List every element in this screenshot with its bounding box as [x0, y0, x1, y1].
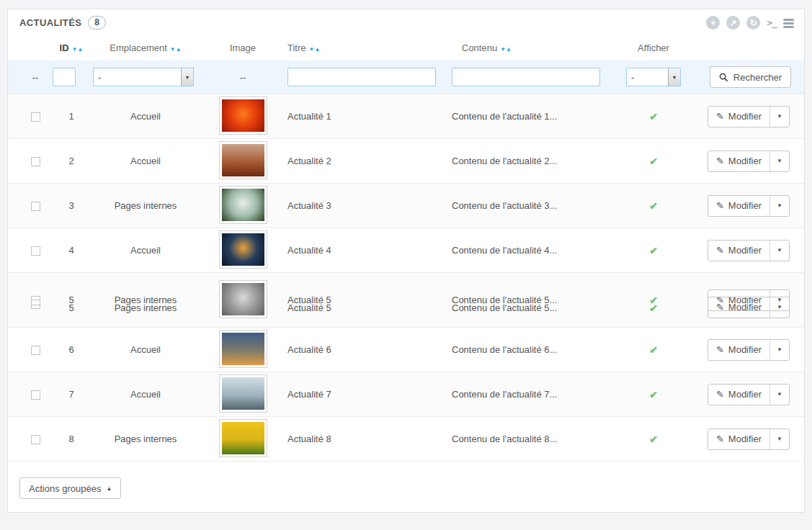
- modifier-button-label: Modifier: [728, 389, 762, 400]
- modifier-button-main[interactable]: ✎Modifier: [708, 429, 769, 449]
- row-emplacement-text: Accueil: [130, 389, 161, 400]
- thumbnail[interactable]: [219, 186, 267, 224]
- jellyfish-image: [222, 233, 264, 266]
- action-button-wrap: ✎Modifier▼: [708, 106, 790, 127]
- add-icon[interactable]: +: [706, 16, 720, 30]
- thumbnail[interactable]: [219, 141, 267, 179]
- table-row: 7AccueilActualité 7Contenu de l'actualit…: [8, 372, 804, 416]
- search-button[interactable]: Rechercher: [710, 66, 791, 88]
- column-header-afficher-label: Afficher: [638, 42, 669, 53]
- column-header-titre[interactable]: Titre▼▲: [286, 42, 450, 53]
- penguins-image: [222, 377, 264, 410]
- sort-icons[interactable]: ▼▲: [72, 46, 84, 53]
- modifier-button-main[interactable]: ✎Modifier: [708, 297, 769, 318]
- thumbnail[interactable]: [219, 419, 267, 457]
- modifier-button-main[interactable]: ✎Modifier: [708, 196, 769, 216]
- sort-icons[interactable]: ▼▲: [500, 46, 512, 53]
- id-filter-input[interactable]: [53, 68, 76, 86]
- row-afficher-cell: ✔: [610, 434, 697, 445]
- column-header-contenu[interactable]: Contenu▼▲: [450, 42, 610, 53]
- column-header-id[interactable]: ID▼▲: [51, 42, 92, 53]
- pencil-icon: ✎: [716, 389, 724, 400]
- modifier-button[interactable]: ✎Modifier▼: [708, 240, 790, 261]
- refresh-icon[interactable]: ↻: [746, 16, 760, 30]
- row-titre: Actualité 8: [287, 434, 331, 444]
- modifier-dropdown-toggle[interactable]: ▼: [769, 196, 789, 216]
- modifier-dropdown-toggle[interactable]: ▼: [769, 241, 789, 261]
- modifier-dropdown-toggle[interactable]: ▼: [769, 340, 789, 360]
- modifier-dropdown-toggle[interactable]: ▼: [769, 429, 789, 449]
- row-image-cell: [200, 230, 286, 271]
- row-image-cell: [200, 374, 286, 415]
- row-emplacement: Pages internesPages internes: [115, 295, 177, 305]
- table-row: 4AccueilActualité 4Contenu de l'actualit…: [8, 228, 804, 272]
- row-titre-text: Actualité 3: [287, 200, 331, 211]
- modifier-dropdown-toggle[interactable]: ▼: [769, 107, 789, 127]
- visible-check-icon-ghost: ✔: [649, 302, 658, 314]
- visible-check-icon: ✔: [649, 200, 658, 212]
- afficher-filter-select[interactable]: - ▼: [626, 68, 681, 86]
- modifier-button-main[interactable]: ✎Modifier: [708, 340, 769, 360]
- row-checkbox[interactable]: [31, 346, 40, 355]
- image-filter-placeholder: --: [240, 72, 246, 83]
- checkbox-wrap: [31, 344, 40, 355]
- modifier-button-main[interactable]: ✎Modifier: [708, 107, 769, 127]
- modifier-dropdown-toggle[interactable]: ▼: [769, 385, 789, 405]
- export-icon[interactable]: ↗: [726, 16, 740, 30]
- row-checkbox[interactable]: [31, 435, 40, 444]
- column-header-image-label: Image: [230, 42, 256, 53]
- sort-icons[interactable]: ▼▲: [170, 46, 182, 53]
- modifier-button[interactable]: ✎Modifier▼: [708, 428, 790, 450]
- row-emplacement: Accueil: [130, 111, 161, 122]
- row-titre-text: Actualité 2: [287, 156, 331, 166]
- column-header-emplacement[interactable]: Emplacement▼▲: [92, 42, 200, 53]
- row-checkbox[interactable]: [31, 246, 40, 256]
- row-id-cell: 55: [51, 295, 92, 305]
- modifier-button[interactable]: ✎Modifier▼: [708, 151, 790, 172]
- sort-icons[interactable]: ▼▲: [309, 46, 321, 53]
- column-header-titre-label: Titre: [287, 42, 306, 53]
- row-titre-cell: Actualité 7: [286, 389, 450, 400]
- row-actions-cell: ✎Modifier▼✎Modifier▼: [697, 289, 793, 311]
- modifier-button[interactable]: ✎Modifier▼: [708, 339, 790, 361]
- caret-down-icon: ▼: [777, 304, 782, 310]
- row-titre: Actualité 4: [287, 245, 331, 256]
- thumbnail[interactable]: [219, 374, 267, 413]
- row-checkbox[interactable]: [31, 112, 40, 122]
- row-actions-cell: ✎Modifier▼: [697, 151, 793, 172]
- bulk-actions-button[interactable]: Actions groupées ▲: [19, 477, 121, 499]
- row-checkbox-ghost[interactable]: [31, 300, 40, 309]
- caret-down-icon: ▼: [777, 391, 782, 398]
- contenu-filter-input[interactable]: [452, 68, 600, 86]
- modifier-button-main[interactable]: ✎Modifier: [708, 241, 769, 261]
- caret-up-icon: ▲: [106, 485, 112, 492]
- column-header-id-label: ID: [60, 42, 69, 53]
- row-contenu-cell: Contenu de l'actualité 6...: [450, 344, 610, 355]
- row-contenu-cell: Contenu de l'actualité 3...: [450, 200, 610, 211]
- modifier-button[interactable]: ✎Modifier▼: [708, 195, 790, 217]
- column-header-afficher: Afficher: [610, 42, 697, 53]
- sql-console-icon[interactable]: >_: [767, 17, 777, 28]
- row-select-cell: [19, 344, 51, 355]
- row-emplacement: Accueil: [130, 389, 161, 400]
- thumbnail[interactable]: [219, 280, 267, 318]
- thumbnail[interactable]: [219, 330, 267, 368]
- pencil-icon: ✎: [716, 344, 724, 355]
- titre-filter-input[interactable]: [287, 68, 436, 86]
- modifier-button[interactable]: ✎Modifier▼: [708, 106, 790, 127]
- row-checkbox[interactable]: [31, 157, 40, 166]
- visible-check-icon: ✔: [649, 389, 658, 400]
- row-checkbox[interactable]: [31, 202, 40, 211]
- modifier-button[interactable]: ✎Modifier▼: [708, 297, 790, 318]
- modifier-button[interactable]: ✎Modifier▼: [708, 384, 790, 405]
- filter-row: -- - ▼ -- - ▼: [8, 60, 804, 94]
- emplacement-filter-select[interactable]: - ▼: [93, 68, 194, 86]
- row-checkbox[interactable]: [31, 390, 40, 400]
- modifier-dropdown-toggle[interactable]: ▼: [769, 297, 789, 318]
- modifier-dropdown-toggle[interactable]: ▼: [769, 151, 789, 171]
- modifier-button-main[interactable]: ✎Modifier: [708, 151, 769, 171]
- thumbnail[interactable]: [219, 96, 267, 135]
- modifier-button-main[interactable]: ✎Modifier: [708, 385, 769, 405]
- thumbnail[interactable]: [219, 230, 267, 269]
- sql-manager-icon[interactable]: [783, 17, 794, 30]
